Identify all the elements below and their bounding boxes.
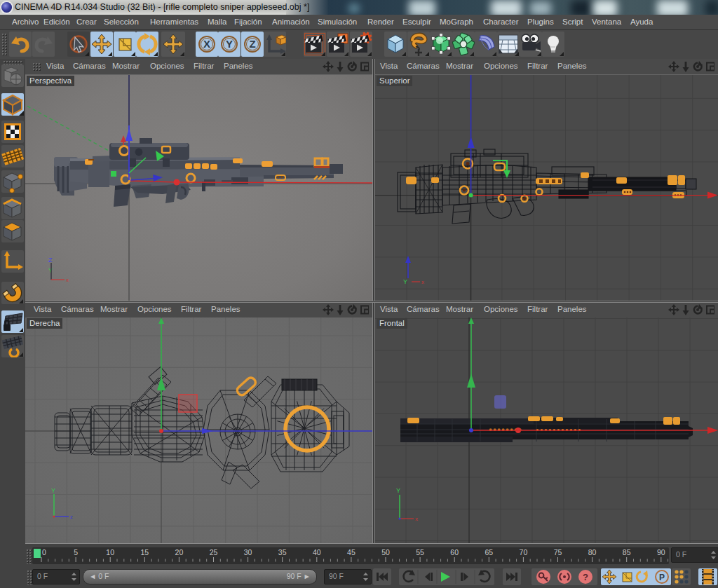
svg-text:65: 65 xyxy=(485,548,493,556)
svg-text:Y: Y xyxy=(226,38,233,50)
svg-text:50: 50 xyxy=(381,548,390,556)
svg-text:15: 15 xyxy=(140,548,149,556)
svg-text:90: 90 xyxy=(657,548,665,556)
svg-text:Z: Z xyxy=(48,257,53,264)
svg-text:0: 0 xyxy=(42,548,46,556)
svg-text:35: 35 xyxy=(278,548,287,556)
svg-text:z: z xyxy=(70,514,73,520)
svg-text:10: 10 xyxy=(106,548,114,556)
svg-text:80: 80 xyxy=(588,548,597,556)
svg-text:Y: Y xyxy=(396,487,400,494)
svg-text:Z: Z xyxy=(249,38,255,50)
svg-text:Y: Y xyxy=(48,267,53,274)
svg-text:x: x xyxy=(415,516,418,522)
svg-text:x: x xyxy=(421,279,424,285)
svg-text:?: ? xyxy=(583,572,588,582)
svg-text:5: 5 xyxy=(74,548,78,556)
svg-text:85: 85 xyxy=(623,548,631,556)
svg-text:45: 45 xyxy=(347,548,355,556)
svg-text:Y: Y xyxy=(51,487,55,494)
svg-text:20: 20 xyxy=(175,548,184,556)
svg-text:X: X xyxy=(203,38,210,50)
svg-text:70: 70 xyxy=(520,548,528,556)
svg-text:30: 30 xyxy=(244,548,252,556)
svg-text:75: 75 xyxy=(554,548,562,556)
svg-text:25: 25 xyxy=(210,548,218,556)
svg-text:60: 60 xyxy=(450,548,459,556)
svg-text:40: 40 xyxy=(313,548,321,556)
svg-text:55: 55 xyxy=(416,548,424,556)
svg-text:x: x xyxy=(66,277,69,283)
svg-text:Y: Y xyxy=(403,278,407,285)
svg-text:P: P xyxy=(659,573,665,582)
